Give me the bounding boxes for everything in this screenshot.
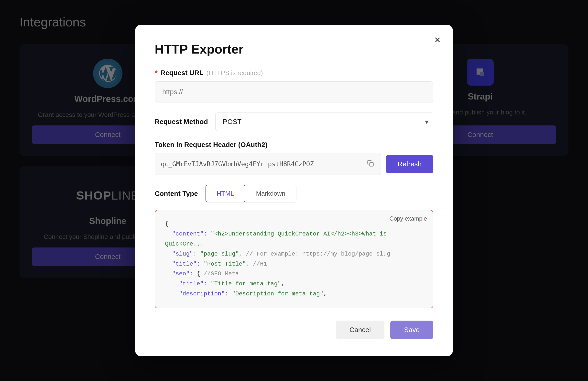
token-input[interactable] bbox=[161, 160, 362, 168]
refresh-button[interactable]: Refresh bbox=[386, 155, 433, 173]
token-field-wrapper bbox=[155, 153, 381, 175]
content-type-label: Content Type bbox=[155, 190, 198, 198]
code-content: { "content": "<h2>Understanding QuickCre… bbox=[165, 219, 423, 299]
token-field-row: Token in Request Header (OAuth2) Refresh bbox=[155, 141, 433, 175]
request-method-select[interactable]: POST GET PUT PATCH DELETE bbox=[215, 112, 433, 131]
request-url-input[interactable] bbox=[155, 81, 433, 102]
cancel-button[interactable]: Cancel bbox=[336, 321, 384, 339]
copy-example-button[interactable]: Copy example bbox=[390, 215, 427, 222]
tab-markdown[interactable]: Markdown bbox=[245, 185, 296, 202]
modal-footer: Cancel Save bbox=[155, 321, 433, 339]
token-label-text: Token in Request Header (OAuth2) bbox=[155, 141, 268, 149]
token-label: Token in Request Header (OAuth2) bbox=[155, 141, 433, 149]
svg-rect-2 bbox=[370, 163, 373, 166]
modal-overlay: × HTTP Exporter * Request URL (HTTPS is … bbox=[0, 0, 588, 381]
request-method-select-wrapper: POST GET PUT PATCH DELETE ▾ bbox=[215, 112, 433, 131]
request-url-label-text: Request URL bbox=[161, 69, 204, 77]
required-marker: * bbox=[155, 69, 158, 77]
request-method-row: Request Method POST GET PUT PATCH DELETE… bbox=[155, 112, 433, 131]
http-exporter-modal: × HTTP Exporter * Request URL (HTTPS is … bbox=[135, 25, 453, 356]
code-example-block: Copy example { "content": "<h2>Understan… bbox=[155, 210, 433, 308]
content-type-tabs: HTML Markdown bbox=[205, 185, 296, 202]
request-url-hint: (HTTPS is required) bbox=[206, 69, 263, 77]
content-type-row: Content Type HTML Markdown bbox=[155, 185, 433, 202]
request-url-label: * Request URL (HTTPS is required) bbox=[155, 69, 433, 77]
modal-title: HTTP Exporter bbox=[155, 42, 433, 56]
request-method-label: Request Method bbox=[155, 118, 208, 126]
request-url-field: * Request URL (HTTPS is required) bbox=[155, 69, 433, 102]
copy-token-button[interactable] bbox=[366, 158, 375, 170]
save-button[interactable]: Save bbox=[390, 321, 433, 339]
tab-html[interactable]: HTML bbox=[206, 185, 245, 202]
close-button[interactable]: × bbox=[434, 34, 441, 45]
token-row: Refresh bbox=[155, 153, 433, 175]
